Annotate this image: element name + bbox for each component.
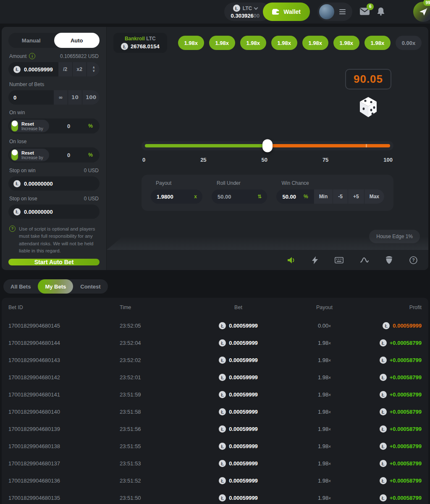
bet-payout: 1.98× [283,495,365,501]
on-win-toggle[interactable]: Reset Increase by [10,120,49,132]
table-row[interactable]: 1700182990468013723:51:53Ł0.000599991.98… [2,455,428,472]
tab-auto[interactable]: Auto [54,33,100,48]
bet-time: 23:51:55 [120,443,193,449]
double-amount-button[interactable]: x2 [72,62,87,76]
stop-on-win-input[interactable]: Ł 0.00000000 [8,176,100,191]
tab-my-bets[interactable]: My Bets [38,279,73,294]
bet-profit-value: +0.00058799 [390,357,422,363]
bet-profit-value: +0.00058799 [390,443,422,449]
tab-all-bets[interactable]: All Bets [3,279,38,294]
roll-slider[interactable] [142,141,393,150]
result-marker-icon [366,144,367,147]
table-row[interactable]: 1700182990468013623:51:52Ł0.000599991.98… [2,472,428,489]
table-row[interactable]: 1700182990468014323:52:02Ł0.000599991.98… [2,352,428,369]
profile-menu[interactable] [317,3,352,21]
paper-plane-icon [419,8,427,16]
win-chance-quick-button[interactable]: -5 [333,189,348,204]
win-chance-quick-button[interactable]: Max [364,189,384,204]
bet-amount-value: 0.00059999 [229,478,258,484]
messages-button[interactable]: 6 [360,8,370,16]
multiplier-symbol: × [328,410,331,415]
payout-field[interactable]: 1.9800 x [151,189,202,204]
keyboard-icon [335,257,343,263]
half-amount-button[interactable]: /2 [58,62,72,76]
table-row[interactable]: 1700182990468014123:51:59Ł0.000599991.98… [2,386,428,403]
avatar[interactable] [319,4,334,19]
toggle-icon[interactable] [11,150,18,160]
fairness-button[interactable] [385,256,393,264]
help-icon: ? [409,256,417,264]
bet-id: 17001829904680142 [8,374,120,381]
roll-under-field[interactable]: 50.00 ⇅ [212,189,267,204]
on-lose-value[interactable]: 0 [49,152,89,158]
bet-preset-button[interactable]: ∞ [53,90,68,105]
bet-amount: Ł0.00059999 [193,460,283,467]
bet-profit: Ł+0.00058799 [365,425,422,433]
table-row[interactable]: 1700182990468014523:52:05Ł0.000599990.00… [2,317,428,334]
stop-on-lose-input[interactable]: Ł 0.00000000 [8,205,100,219]
win-chance-quick-button[interactable]: +5 [348,189,364,204]
amount-stepper[interactable]: ∧ ∨ [87,62,100,76]
slider-track[interactable] [145,144,390,147]
amount-input[interactable]: Ł 0.00059999 [8,62,58,76]
bet-amount-value: 0.00059999 [229,495,258,501]
bet-payout: 1.98× [283,391,365,398]
history-chip: 1.98x [364,36,391,50]
bet-profit: Ł+0.00058799 [365,391,422,398]
history-chip: 1.98x [209,36,235,50]
wallet-button[interactable]: Wallet [263,3,310,21]
win-chance-quick-button[interactable]: Min [314,189,333,204]
chevron-down-icon [254,5,258,10]
win-chance-value[interactable]: 50.00 [276,189,302,204]
hotkeys-button[interactable] [335,257,343,263]
slider-handle[interactable] [262,139,273,152]
table-row[interactable]: 1700182990468013823:51:55Ł0.000599991.98… [2,438,428,455]
table-row[interactable]: 1700182990468013923:51:56Ł0.000599991.98… [2,420,428,438]
amount-label: Amount [9,53,26,59]
payout-multiplier: 1.98 [318,374,328,381]
table-row[interactable]: 1700182990468014223:52:01Ł0.000599991.98… [2,369,428,386]
info-icon[interactable]: i [29,53,35,59]
tab-manual[interactable]: Manual [8,33,54,48]
bet-amount: Ł0.00059999 [193,357,283,364]
bet-time: 23:51:52 [120,478,193,484]
stats-button[interactable] [360,257,369,263]
bet-profit: Ł+0.00058799 [365,357,422,364]
help-button[interactable]: ? [409,256,417,264]
ltc-coin-icon: Ł [219,357,226,364]
table-row[interactable]: 1700182990468014023:51:58Ł0.000599991.98… [2,403,428,420]
multiplier-symbol: × [328,324,331,328]
bet-time: 23:51:56 [120,426,193,432]
history-chip: 1.98x [302,36,328,50]
toggle-icon[interactable] [11,121,18,131]
ltc-coin-icon: Ł [380,443,387,450]
bet-amount: Ł0.00059999 [193,322,283,329]
on-lose-label: On lose [9,139,26,144]
multiplier-symbol: × [328,358,331,363]
column-header: Bet ID [8,304,120,310]
step-down-icon[interactable]: ∨ [92,69,95,73]
turbo-button[interactable] [312,256,318,264]
on-win-value[interactable]: 0 [49,123,89,129]
tab-contest[interactable]: Contest [73,279,108,294]
swap-icon[interactable]: ⇅ [256,189,267,204]
number-of-bets-input[interactable]: 0 [8,90,53,105]
ltc-coin-icon: Ł [13,66,21,73]
bet-profit: Ł0.00059999 [365,322,422,329]
bet-profit-value: +0.00058799 [390,409,422,415]
mode-tabs: Manual Auto [8,33,100,48]
on-lose-toggle[interactable]: Reset Increase by [10,149,49,161]
table-row[interactable]: 1700182990468014423:52:04Ł0.000599991.98… [2,334,428,352]
start-auto-bet-button[interactable]: Start Auto Bet [8,259,100,265]
notifications-button[interactable] [377,7,385,17]
bet-amount-value: 0.00059999 [229,443,258,449]
win-chance-label: Win Chance [281,180,384,186]
payout-multiplier: 1.98 [318,391,328,398]
win-chance-field: 50.00 % Min-5+5Max [276,189,384,204]
bet-preset-button[interactable]: 100 [82,90,100,105]
chat-button[interactable]: 99 [413,2,430,22]
bet-profit-value: +0.00058799 [390,340,422,346]
table-row[interactable]: 1700182990468013523:51:50Ł0.000599991.98… [2,489,428,504]
sound-button[interactable] [287,257,295,264]
bet-preset-button[interactable]: 10 [68,90,82,105]
